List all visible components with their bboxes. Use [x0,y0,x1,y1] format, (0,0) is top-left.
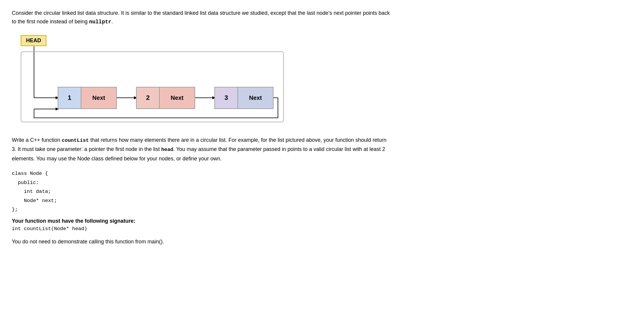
node-3: 3 Next [214,87,274,109]
node-3-next: Next [238,87,274,109]
node-1-data: 1 [58,87,81,109]
node-3-data: 3 [214,87,238,109]
code-line: }; [12,205,632,214]
intro-text-2-end: . [111,19,113,25]
node-1: 1 Next [58,87,117,109]
code-line: int data; [12,187,632,196]
desc-line2-end: . You may assume that the parameter pass… [173,146,385,152]
code-line: Node* next; [12,196,632,206]
desc-line3: elements. You may use the Node class def… [12,156,221,162]
description-section: Write a C++ function countList that retu… [12,136,632,163]
code-line: class Node { [12,169,632,178]
node-1-next: Next [81,87,117,109]
signature-label: Your function must have the following si… [12,218,632,224]
diagram: HEAD 1 Next 2 Next 3 [12,35,296,127]
signature-code: int countList(Node* head) [12,226,632,232]
desc-line2-start: 3. It must take one parameter: a pointer… [12,146,161,152]
intro-text-2: to the first node instead of being [12,19,89,25]
node-2-data: 2 [136,87,160,109]
desc-line1-end: that returns how many elements there are… [89,137,386,143]
intro-paragraph: Consider the circular linked list data s… [12,9,632,26]
code-line: public: [12,178,632,188]
node-2-next: Next [160,87,195,109]
nullptr-code: nullptr [89,19,111,25]
node-class-code: class Node { public: int data; Node* nex… [12,169,632,214]
final-note: You do not need to demonstrate calling t… [12,237,632,246]
countlist-code: countList [62,138,89,143]
intro-text-1: Consider the circular linked list data s… [12,10,390,16]
head-param-code: head [161,147,173,152]
head-label: HEAD [21,35,46,46]
desc-line1-start: Write a C++ function [12,137,62,143]
node-2: 2 Next [136,87,195,109]
